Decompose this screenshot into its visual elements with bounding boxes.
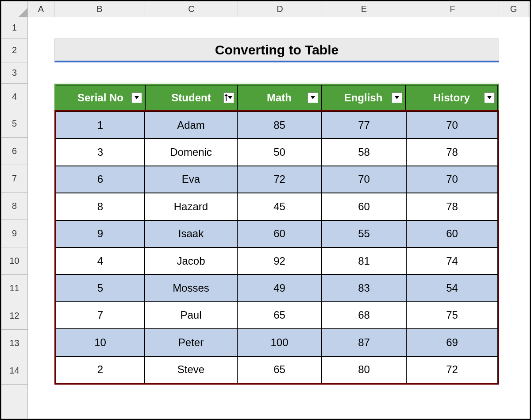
table-cell-math[interactable]: 50 [237, 139, 322, 166]
table-cell-english[interactable]: 70 [322, 166, 406, 193]
table-cell-english[interactable]: 68 [322, 302, 406, 329]
table-cell-student[interactable]: Steve [145, 356, 237, 383]
cell-A15[interactable] [28, 385, 54, 400]
row-header-8[interactable]: 8 [1, 193, 27, 220]
cell-range-B15F15[interactable] [54, 385, 499, 400]
table-cell-history[interactable]: 70 [406, 112, 498, 139]
table-cell-history[interactable]: 69 [406, 329, 498, 356]
table-cell-history[interactable]: 75 [406, 302, 498, 329]
table-cell-history[interactable]: 74 [406, 247, 498, 274]
cell-range-B3F3[interactable] [54, 62, 499, 84]
header-student[interactable]: Student [145, 85, 237, 110]
table-cell-math[interactable]: 85 [237, 112, 322, 139]
row-header-13[interactable]: 13 [1, 330, 27, 357]
table-cell-serial[interactable]: 8 [56, 193, 145, 220]
table-cell-student[interactable]: Paul [145, 302, 237, 329]
table-cell-math[interactable]: 100 [237, 329, 322, 356]
table-cell-math[interactable]: 60 [237, 220, 322, 247]
table-row: 3Domenic505878 [56, 139, 498, 166]
table-cell-serial[interactable]: 6 [56, 166, 145, 193]
table-cell-math[interactable]: 45 [237, 193, 322, 220]
table-cell-history[interactable]: 70 [406, 166, 498, 193]
table-cell-serial[interactable]: 9 [56, 220, 145, 247]
filter-button-history[interactable] [484, 92, 495, 103]
table-cell-serial[interactable]: 10 [56, 329, 145, 356]
header-english[interactable]: English [321, 85, 405, 110]
cell-G4[interactable] [499, 84, 528, 110]
table-cell-serial[interactable]: 1 [56, 112, 145, 139]
row-header-2[interactable]: 2 [1, 39, 27, 62]
row-header-12[interactable]: 12 [1, 302, 27, 330]
header-serial[interactable]: Serial No [56, 85, 145, 110]
table-cell-student[interactable]: Domenic [145, 139, 237, 166]
col-header-F[interactable]: F [406, 1, 499, 17]
cell-A2[interactable] [28, 39, 54, 62]
filter-button-math[interactable] [308, 92, 318, 103]
page-title[interactable]: Converting to Table [54, 39, 499, 62]
table-cell-math[interactable]: 65 [237, 302, 322, 329]
table-cell-math[interactable]: 49 [237, 274, 322, 301]
row-header-3[interactable]: 3 [1, 62, 27, 84]
table-cell-serial[interactable]: 5 [56, 274, 145, 301]
table-cell-serial[interactable]: 3 [56, 139, 145, 166]
table-cell-history[interactable]: 78 [406, 193, 498, 220]
table-cell-math[interactable]: 92 [237, 247, 322, 274]
table-cell-student[interactable]: Hazard [145, 193, 237, 220]
row-header-4[interactable]: 4 [1, 84, 27, 110]
table-cell-history[interactable]: 54 [406, 274, 498, 301]
filter-button-english[interactable] [392, 92, 402, 103]
row-header-9[interactable]: 9 [1, 220, 27, 247]
table-cell-history[interactable]: 72 [406, 356, 498, 383]
table-cell-student[interactable]: Adam [145, 112, 237, 139]
table-cell-english[interactable]: 80 [322, 356, 406, 383]
row-header-7[interactable]: 7 [1, 165, 27, 193]
table-cell-english[interactable]: 60 [322, 193, 406, 220]
table-cell-history[interactable]: 60 [406, 220, 498, 247]
header-math-label: Math [267, 92, 292, 104]
table-cell-english[interactable]: 81 [322, 247, 406, 274]
select-all-corner[interactable] [1, 1, 28, 17]
row-header-1[interactable]: 1 [1, 17, 27, 39]
col-header-B[interactable]: B [54, 1, 145, 17]
filter-button-serial[interactable] [131, 92, 142, 103]
table-cell-serial[interactable]: 4 [56, 247, 145, 274]
row-header-6[interactable]: 6 [1, 138, 27, 165]
filter-button-student-sorted[interactable] [223, 92, 234, 103]
table-cell-english[interactable]: 83 [322, 274, 406, 301]
table-cell-student[interactable]: Jacob [145, 247, 237, 274]
col-header-D[interactable]: D [238, 1, 322, 17]
cell-G1[interactable] [499, 17, 528, 39]
table-cell-math[interactable]: 72 [237, 166, 322, 193]
header-math[interactable]: Math [237, 85, 321, 110]
table-cell-english[interactable]: 58 [322, 139, 406, 166]
row-header-14[interactable]: 14 [1, 357, 27, 385]
table-cell-english[interactable]: 87 [322, 329, 406, 356]
table-cell-english[interactable]: 55 [322, 220, 406, 247]
table-cell-student[interactable]: Mosses [145, 274, 237, 301]
cell-G15[interactable] [499, 385, 528, 400]
cell-G3[interactable] [499, 62, 528, 84]
table-cell-english[interactable]: 77 [322, 112, 406, 139]
cell-A4[interactable] [28, 84, 54, 110]
header-history[interactable]: History [405, 85, 498, 110]
cell-A3[interactable] [28, 62, 54, 84]
table-cell-student[interactable]: Isaak [145, 220, 237, 247]
cell-A-data[interactable] [28, 110, 54, 385]
table-cell-history[interactable]: 78 [406, 139, 498, 166]
col-header-C[interactable]: C [145, 1, 238, 17]
cell-range-B1F1[interactable] [54, 17, 499, 39]
row-header-10[interactable]: 10 [1, 247, 27, 275]
table-cell-math[interactable]: 65 [237, 356, 322, 383]
col-header-E[interactable]: E [322, 1, 406, 17]
cell-G2[interactable] [499, 39, 528, 62]
table-cell-student[interactable]: Peter [145, 329, 237, 356]
row-header-11[interactable]: 11 [1, 275, 27, 302]
table-cell-serial[interactable]: 7 [56, 302, 145, 329]
col-header-A[interactable]: A [28, 1, 54, 17]
col-header-G[interactable]: G [499, 1, 528, 17]
row-header-5[interactable]: 5 [1, 110, 27, 138]
table-cell-student[interactable]: Eva [145, 166, 237, 193]
cell-A1[interactable] [28, 17, 54, 39]
cell-G-data[interactable] [499, 110, 528, 385]
table-cell-serial[interactable]: 2 [56, 356, 145, 383]
